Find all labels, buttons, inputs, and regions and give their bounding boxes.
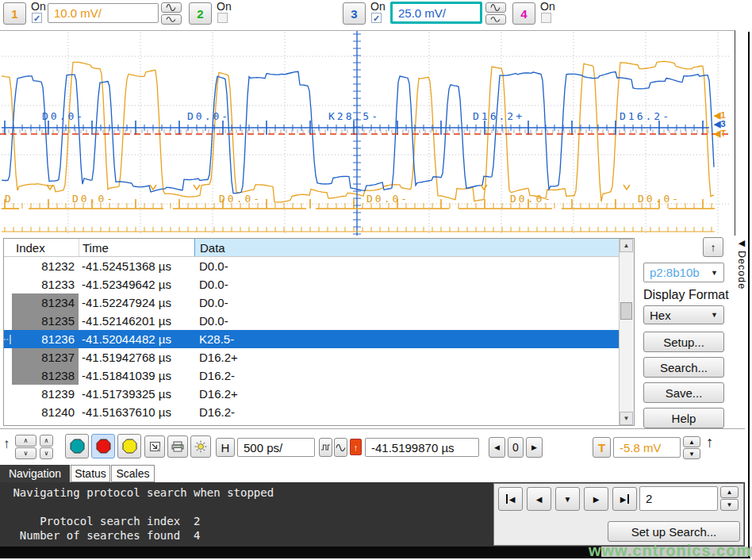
cell-data: D0.0- bbox=[194, 296, 621, 309]
watermark: www.cntronics.com bbox=[589, 542, 751, 560]
listing-header: Index Time Data bbox=[4, 239, 634, 257]
help-button[interactable]: Help bbox=[643, 408, 724, 428]
decode-listing: Index Time Data 81232-41.52451368 µsD0.0… bbox=[3, 238, 635, 426]
channel-3-coupling-ac-icon[interactable] bbox=[485, 2, 506, 13]
pan-left-icon[interactable]: ◀ bbox=[489, 437, 505, 458]
tab-decode[interactable]: ◀ Decode bbox=[736, 238, 747, 290]
table-row[interactable]: 81233-41.52349642 µsD0.0- bbox=[4, 275, 621, 293]
nav-down-icon[interactable]: ▼ bbox=[555, 487, 580, 511]
tab-navigation[interactable]: Navigation bbox=[0, 465, 70, 482]
scale-up-icon[interactable]: ∧ bbox=[15, 435, 36, 447]
level-down-icon[interactable]: ▼ bbox=[683, 448, 700, 459]
channel-2-on-checkbox[interactable] bbox=[217, 13, 228, 23]
cell-time: -41.51942768 µs bbox=[79, 351, 194, 364]
channel-4-button[interactable]: 4 bbox=[512, 2, 535, 25]
level-up-icon[interactable]: ▲ bbox=[683, 436, 700, 447]
nav-first-icon[interactable]: ◀ bbox=[498, 487, 523, 511]
oscilloscope-app: 1 On ✓ 10.0 mV/ 2 On 3 On ✓ 25.0 mV/ 4 O… bbox=[0, 0, 752, 560]
setup-button[interactable]: Setup... bbox=[643, 332, 724, 352]
cell-data: D16.2- bbox=[194, 405, 621, 419]
channel-1-coupling-ac-icon[interactable] bbox=[161, 2, 182, 13]
channel-3-scale-field[interactable]: 25.0 mV/ bbox=[390, 2, 482, 24]
timebase-field[interactable]: 500 ps/ bbox=[237, 438, 315, 457]
scrollbar-down-icon[interactable]: ▼ bbox=[620, 412, 633, 425]
channel-3-on-checkbox[interactable]: ✓ bbox=[371, 13, 382, 23]
print-button[interactable] bbox=[167, 435, 188, 458]
listing-scrollbar[interactable]: ▲ ▼ bbox=[619, 239, 634, 425]
save-button[interactable]: Save... bbox=[643, 382, 724, 403]
cell-index: 81238 bbox=[12, 366, 79, 385]
collapse-panel-up-icon[interactable]: ↑ bbox=[703, 237, 723, 257]
tab-scales[interactable]: Scales bbox=[111, 465, 155, 482]
up-arrow-icon: ↑ bbox=[3, 436, 10, 452]
tab-status[interactable]: Status bbox=[71, 465, 110, 482]
offset-up-icon[interactable]: ∧ bbox=[40, 435, 53, 447]
run-button[interactable] bbox=[65, 434, 89, 458]
stop-button[interactable] bbox=[91, 434, 115, 458]
run-control-toolbar: ↑ ∧ ∨ ∧ ∨ H 500 ps/ ↑ -41.5199870 µs ◀ 0… bbox=[0, 428, 745, 466]
trigger-slope-rising-icon[interactable]: ↑ bbox=[706, 434, 714, 451]
column-header-index[interactable]: Index bbox=[12, 241, 79, 255]
waveform-canvas bbox=[0, 31, 731, 236]
channel-1-scale-field[interactable]: 10.0 mV/ bbox=[48, 3, 159, 23]
bus-selector-dropdown[interactable]: p2:8b10b ▼ bbox=[643, 263, 724, 282]
brightness-button[interactable] bbox=[190, 435, 211, 458]
zoom-waveform-icon[interactable] bbox=[319, 438, 332, 457]
nav-last-icon[interactable]: ▶ bbox=[612, 487, 637, 511]
marker-T[interactable]: ◀T bbox=[714, 128, 726, 139]
cell-data: D16.2+ bbox=[194, 387, 621, 401]
single-button[interactable] bbox=[117, 434, 141, 458]
decode-tab-arrow-icon: ◀ bbox=[739, 238, 745, 248]
trigger-position-icon[interactable]: ↑ bbox=[350, 439, 362, 455]
scrollbar-thumb[interactable] bbox=[620, 302, 632, 320]
touch-screen-button[interactable] bbox=[144, 435, 165, 458]
trigger-level-field[interactable]: -5.8 mV bbox=[613, 437, 681, 458]
cell-data: K28.5- bbox=[194, 332, 621, 346]
search-button[interactable]: Search... bbox=[643, 357, 724, 378]
channel-3-coupling-dc-icon[interactable] bbox=[485, 14, 506, 25]
channel-2-button[interactable]: 2 bbox=[189, 2, 212, 25]
set-up-search-button[interactable]: Set up Search... bbox=[608, 521, 740, 542]
index-down-icon[interactable]: ▼ bbox=[720, 499, 739, 511]
display-format-dropdown[interactable]: Hex ▼ bbox=[643, 305, 724, 324]
horizontal-button[interactable]: H bbox=[216, 438, 235, 457]
table-row[interactable]: 81240-41.51637610 µsD16.2- bbox=[4, 403, 621, 421]
column-header-data[interactable]: Data bbox=[194, 239, 620, 256]
table-row[interactable]: 81234-41.52247924 µsD0.0- bbox=[4, 293, 621, 312]
channel-2-on-label: On bbox=[217, 0, 232, 13]
channel-4-on-checkbox[interactable] bbox=[541, 13, 551, 23]
nav-next-icon[interactable]: ▶ bbox=[584, 487, 608, 511]
pan-right-icon[interactable]: ▶ bbox=[526, 437, 543, 458]
nav-previous-icon[interactable]: ◀ bbox=[527, 487, 551, 511]
search-index-field[interactable]: 2 bbox=[639, 486, 718, 511]
cell-index: 81234 bbox=[12, 293, 79, 312]
table-row[interactable]: 81238-41.51841039 µsD16.2- bbox=[4, 366, 621, 385]
column-header-time[interactable]: Time bbox=[79, 239, 194, 256]
channel-1-coupling-dc-icon[interactable] bbox=[161, 14, 182, 25]
sine-waveform-icon[interactable] bbox=[334, 438, 347, 457]
cell-time: -41.52349642 µs bbox=[79, 278, 194, 291]
channel-1-button[interactable]: 1 bbox=[3, 2, 26, 25]
trigger-level-spinner: ▲ ▼ bbox=[683, 436, 700, 459]
table-row[interactable]: 81232-41.52451368 µsD0.0- bbox=[4, 257, 621, 275]
scrollbar-up-icon[interactable]: ▲ bbox=[620, 239, 633, 252]
waveform-display[interactable]: D0.0-D0.0-K28.5-D16.2+D16.2- DD0.0-D0.0-… bbox=[0, 30, 735, 236]
offset-down-icon[interactable]: ∨ bbox=[40, 447, 53, 459]
center-zero-button[interactable]: 0 bbox=[508, 437, 524, 458]
cell-time: -41.52044482 µs bbox=[79, 332, 194, 346]
row-marker-icon bbox=[4, 385, 12, 403]
channel-1-on-checkbox[interactable]: ✓ bbox=[32, 13, 42, 23]
table-row[interactable]: 81236-41.52044482 µsK28.5- bbox=[4, 330, 621, 348]
index-up-icon[interactable]: ▲ bbox=[720, 486, 739, 498]
table-row[interactable]: 81235-41.52146201 µsD0.0- bbox=[4, 312, 621, 330]
search-nav-buttons: ◀◀▼▶▶ bbox=[498, 487, 637, 511]
listing-body: 81232-41.52451368 µsD0.0-81233-41.523496… bbox=[4, 257, 634, 421]
table-row[interactable]: 81239-41.51739325 µsD16.2+ bbox=[4, 385, 621, 403]
row-marker-icon bbox=[4, 293, 12, 312]
table-row[interactable]: 81237-41.51942768 µsD16.2+ bbox=[4, 348, 621, 366]
horizontal-position-field[interactable]: -41.5199870 µs bbox=[365, 438, 479, 457]
trigger-button[interactable]: T bbox=[593, 437, 611, 458]
scale-down-icon[interactable]: ∨ bbox=[15, 447, 36, 459]
channel-3-button[interactable]: 3 bbox=[343, 2, 366, 25]
channel-3-on-label: On bbox=[370, 0, 386, 13]
